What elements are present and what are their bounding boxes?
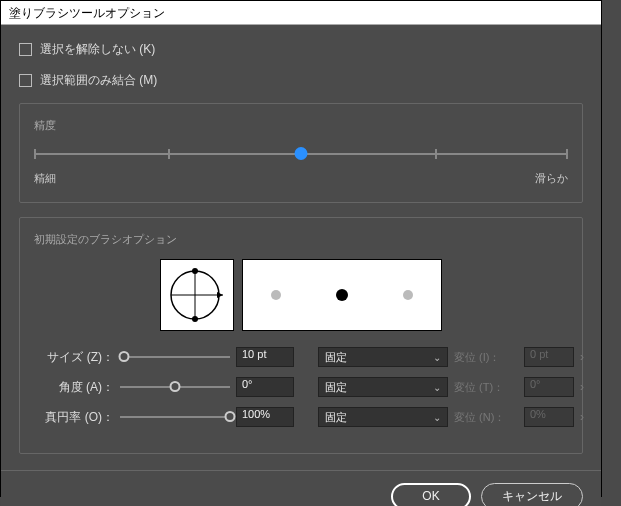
angle-type-value: 固定 — [325, 380, 347, 395]
size-type-value: 固定 — [325, 350, 347, 365]
angle-type-select[interactable]: 固定 ⌄ — [318, 377, 448, 397]
size-variation-label: 変位 (I)： — [454, 350, 518, 365]
svg-point-4 — [192, 268, 198, 274]
dialog-body: 選択を解除しない (K) 選択範囲のみ結合 (M) 精度 精細 滑らか — [1, 25, 601, 470]
chevron-right-icon: › — [580, 380, 594, 394]
size-label: サイズ (Z)： — [34, 349, 114, 366]
size-variation-input: 0 pt — [524, 347, 574, 367]
brush-defaults-label: 初期設定のブラシオプション — [34, 232, 568, 247]
chevron-down-icon: ⌄ — [433, 352, 441, 363]
merge-selection-label: 選択範囲のみ結合 (M) — [40, 72, 157, 89]
dot-current-icon — [336, 289, 348, 301]
chevron-down-icon: ⌄ — [433, 382, 441, 393]
angle-slider[interactable] — [120, 379, 230, 395]
accuracy-label: 精度 — [34, 118, 568, 133]
roundness-type-select[interactable]: 固定 ⌄ — [318, 407, 448, 427]
chevron-down-icon: ⌄ — [433, 412, 441, 423]
roundness-variation-label: 変位 (N)： — [454, 410, 518, 425]
accuracy-left-label: 精細 — [34, 171, 56, 186]
size-input[interactable]: 10 pt — [236, 347, 294, 367]
ok-button[interactable]: OK — [391, 483, 471, 506]
angle-label: 角度 (A)： — [34, 379, 114, 396]
chevron-right-icon: › — [580, 410, 594, 424]
roundness-variation-input: 0% — [524, 407, 574, 427]
chevron-right-icon: › — [580, 350, 594, 364]
roundness-slider[interactable] — [120, 409, 230, 425]
dialog-title: 塗りブラシツールオプション — [1, 1, 601, 25]
keep-selected-label: 選択を解除しない (K) — [40, 41, 155, 58]
dialog-footer: OK キャンセル — [1, 470, 601, 506]
roundness-label: 真円率 (O)： — [34, 409, 114, 426]
angle-variation-input: 0° — [524, 377, 574, 397]
brush-defaults-group: 初期設定のブラシオプション — [19, 217, 583, 454]
accuracy-right-label: 滑らか — [535, 171, 568, 186]
brush-angle-preview[interactable] — [160, 259, 234, 331]
size-type-select[interactable]: 固定 ⌄ — [318, 347, 448, 367]
ellipse-icon — [167, 265, 227, 325]
cancel-button[interactable]: キャンセル — [481, 483, 583, 506]
roundness-type-value: 固定 — [325, 410, 347, 425]
dot-min-icon — [271, 290, 281, 300]
blob-brush-options-dialog: 塗りブラシツールオプション 選択を解除しない (K) 選択範囲のみ結合 (M) … — [0, 0, 602, 497]
roundness-input[interactable]: 100% — [236, 407, 294, 427]
merge-selection-checkbox[interactable] — [19, 74, 32, 87]
svg-point-5 — [192, 316, 198, 322]
accuracy-group: 精度 精細 滑らか — [19, 103, 583, 203]
angle-input[interactable]: 0° — [236, 377, 294, 397]
brush-size-preview — [242, 259, 442, 331]
angle-variation-label: 変位 (T)： — [454, 380, 518, 395]
keep-selected-checkbox[interactable] — [19, 43, 32, 56]
size-slider[interactable] — [120, 349, 230, 365]
svg-marker-3 — [217, 292, 223, 298]
accuracy-slider[interactable] — [34, 143, 568, 167]
dot-max-icon — [403, 290, 413, 300]
